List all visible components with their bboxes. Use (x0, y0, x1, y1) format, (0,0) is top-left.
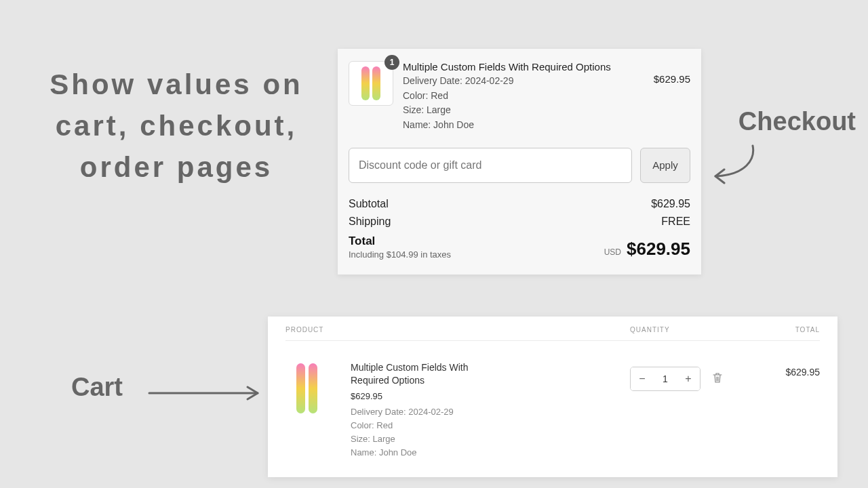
product-title: Multiple Custom Fields With Required Opt… (403, 61, 644, 73)
line-total: $629.95 (745, 361, 820, 378)
custom-field-name: Name: John Doe (403, 118, 644, 133)
quantity-badge: 1 (384, 55, 399, 70)
custom-field-delivery-date: Delivery Date: 2024-02-29 (403, 74, 644, 89)
checkout-callout-label: Checkout (738, 107, 856, 136)
shipping-value: FREE (661, 216, 690, 228)
decrement-button[interactable]: − (631, 367, 654, 390)
tax-note: Including $104.99 in taxes (349, 249, 451, 260)
cart-panel: PRODUCT QUANTITY TOTAL Multiple Custom F… (268, 317, 837, 477)
subtotal-label: Subtotal (349, 198, 389, 210)
custom-field-size: Size: Large (351, 432, 616, 446)
total-label: Total (349, 235, 451, 248)
product-thumbnail (285, 361, 328, 415)
checkout-summary-panel: 1 Multiple Custom Fields With Required O… (338, 49, 701, 274)
shipping-label: Shipping (349, 216, 391, 228)
arrow-checkout-icon (705, 142, 760, 192)
product-title: Multiple Custom Fields With Required Opt… (351, 361, 507, 387)
column-header-quantity: QUANTITY (630, 326, 745, 333)
custom-field-color: Color: Red (403, 89, 644, 104)
currency-label: USD (604, 247, 621, 257)
cart-line-item: Multiple Custom Fields With Required Opt… (268, 341, 837, 477)
line-item-price: $629.95 (654, 61, 690, 85)
trash-icon[interactable] (713, 372, 722, 386)
quantity-value: 1 (654, 373, 677, 384)
checkout-line-item: 1 Multiple Custom Fields With Required O… (349, 61, 690, 133)
cart-callout-label: Cart (71, 373, 123, 402)
total-value: $629.95 (627, 239, 690, 260)
product-thumbnail: 1 (349, 61, 393, 106)
unit-price: $629.95 (351, 391, 616, 401)
increment-button[interactable]: + (677, 367, 700, 390)
custom-field-delivery-date: Delivery Date: 2024-02-29 (351, 405, 616, 419)
arrow-cart-icon (146, 383, 268, 406)
column-header-product: PRODUCT (285, 326, 630, 333)
apply-button[interactable]: Apply (640, 148, 690, 183)
custom-field-color: Color: Red (351, 419, 616, 432)
custom-field-size: Size: Large (403, 103, 644, 118)
discount-code-input[interactable] (349, 148, 632, 183)
page-heading: Show values on cart, checkout, order pag… (20, 64, 332, 188)
column-header-total: TOTAL (745, 326, 820, 333)
subtotal-value: $629.95 (651, 198, 690, 210)
custom-field-name: Name: John Doe (351, 446, 616, 460)
quantity-stepper[interactable]: − 1 + (630, 367, 701, 391)
